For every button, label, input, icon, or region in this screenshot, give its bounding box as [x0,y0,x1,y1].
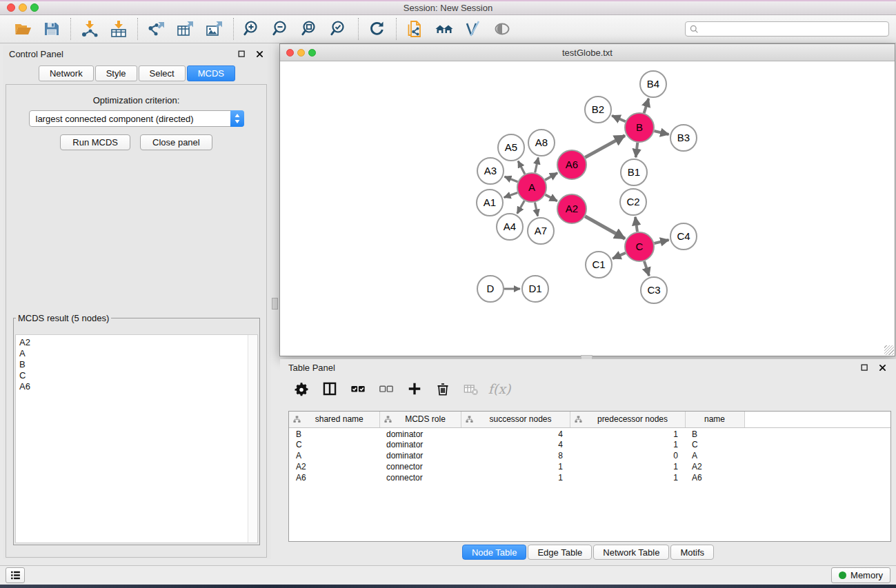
graph-edge-A-A6[interactable] [545,173,557,180]
graph-node-C3[interactable]: C3 [641,277,667,303]
graph-edge-A-A2[interactable] [545,194,557,201]
graph-node-A8[interactable]: A8 [528,130,555,156]
import-table-button[interactable] [108,19,129,39]
zoom-out-button[interactable] [271,19,292,39]
table-row[interactable]: Bdominator41B [289,427,890,439]
export-table-button[interactable] [175,19,196,39]
float-panel-icon[interactable] [236,48,247,59]
table-row[interactable]: A2connector11A2 [289,461,890,472]
tab-node-table[interactable]: Node Table [462,545,527,560]
column-header-mcds-role[interactable]: MCDS role [379,412,461,427]
tab-edge-table[interactable]: Edge Table [528,545,592,560]
graph-node-A[interactable]: A [517,173,546,202]
graph-node-A5[interactable]: A5 [498,134,524,161]
graph-node-C4[interactable]: C4 [670,223,697,250]
table-row[interactable]: Adominator80A [289,450,890,461]
refresh-button[interactable] [367,19,388,39]
columns-button[interactable] [321,380,339,398]
zoom-fit-button[interactable] [300,19,321,39]
network-minimize-traffic-light-icon[interactable] [297,49,305,57]
network-close-traffic-light-icon[interactable] [286,49,294,57]
graph-node-C[interactable]: C [625,232,654,261]
graph-edge-A-A4[interactable] [517,201,524,214]
show-view-button[interactable] [492,19,512,39]
svg-text:C1: C1 [592,258,605,270]
search-box[interactable] [685,21,889,37]
column-header-predecessor-nodes[interactable]: predecessor nodes [570,412,685,427]
graph-node-A2[interactable]: A2 [557,194,586,223]
graph-edge-A-A7[interactable] [535,203,537,216]
tab-network-table[interactable]: Network Table [593,545,669,560]
tab-network[interactable]: Network [39,65,94,81]
graph-edge-B-B4[interactable] [644,99,649,113]
graph-edge-B-B3[interactable] [654,131,668,134]
graph-node-A3[interactable]: A3 [477,158,504,184]
hide-panels-button[interactable] [463,19,484,39]
tab-motifs[interactable]: Motifs [670,545,714,560]
close-panel-icon[interactable] [254,48,265,59]
export-image-button[interactable] [204,19,225,39]
table-row[interactable]: A6connector11A6 [289,472,890,483]
graph-node-C1[interactable]: C1 [586,252,612,278]
column-header-shared-name[interactable]: shared name [289,412,379,427]
tab-mcds[interactable]: MCDS [187,65,235,81]
graph-edge-B-B1[interactable] [636,143,638,157]
graph-edge-C-C1[interactable] [613,253,626,258]
graph-edge-C-C2[interactable] [635,217,637,232]
graph-node-A1[interactable]: A1 [477,190,503,216]
graph-node-B[interactable]: B [625,113,654,142]
memory-button[interactable]: Memory [831,567,890,583]
run-mcds-button[interactable]: Run MCDS [60,134,130,150]
graph-edge-C-C3[interactable] [644,261,649,276]
close-panel-button[interactable]: Close panel [140,134,212,150]
graph-node-C2[interactable]: C2 [620,189,646,215]
graph-edge-A2-C[interactable] [585,216,625,239]
graph-edge-A-A8[interactable] [535,158,539,173]
add-button[interactable] [406,380,424,398]
window-resize-grip-icon[interactable] [884,345,894,355]
table-float-panel-icon[interactable] [859,362,870,373]
graph-edge-A-A1[interactable] [504,192,518,197]
network-maximize-traffic-light-icon[interactable] [308,49,316,57]
graph-node-B1[interactable]: B1 [621,159,647,185]
task-history-button[interactable] [6,567,25,583]
svg-text:D1: D1 [528,283,541,294]
home-button[interactable] [434,19,455,39]
export-network-button[interactable] [146,19,167,39]
graph-node-A6[interactable]: A6 [557,150,586,179]
table-close-panel-icon[interactable] [877,362,888,373]
graph-node-D[interactable]: D [477,276,504,302]
graph-edge-A-A3[interactable] [504,176,517,182]
graph-node-D1[interactable]: D1 [522,276,548,302]
zoom-selected-button[interactable] [329,19,350,39]
svg-text:C2: C2 [626,196,639,207]
zoom-in-button[interactable] [242,19,263,39]
vertical-splitter-handle[interactable] [272,298,278,310]
column-header-name[interactable]: name [685,412,744,427]
network-from-file-button[interactable] [405,19,426,39]
unselect-all-button[interactable] [377,380,395,398]
graph-edge-B-B2[interactable] [612,116,626,122]
graph-node-B3[interactable]: B3 [670,125,697,151]
column-header-successor-nodes[interactable]: successor nodes [461,412,570,427]
result-scrollbar-track[interactable] [248,335,257,543]
settings-button[interactable] [292,380,310,398]
save-session-button[interactable] [41,19,62,39]
graph-node-B2[interactable]: B2 [585,97,611,123]
open-file-button[interactable] [12,19,33,39]
graph-edge-A-A5[interactable] [518,161,525,174]
criterion-dropdown[interactable]: largest connected component (directed) [29,110,244,127]
delete-button[interactable] [434,380,452,398]
graph-node-A4[interactable]: A4 [497,214,523,240]
import-network-button[interactable] [79,19,100,39]
graph-node-A7[interactable]: A7 [528,218,554,244]
table-row[interactable]: Cdominator41C [289,439,890,450]
search-input[interactable] [701,24,884,34]
network-canvas[interactable]: AA1A2A3A4A5A6A7A8BB1B2B3B4CC1C2C3C4DD1 [280,62,895,356]
graph-edge-A6-B[interactable] [585,136,625,158]
select-all-button[interactable] [349,380,367,398]
graph-node-B4[interactable]: B4 [640,71,666,97]
tab-select[interactable]: Select [139,65,186,81]
graph-edge-C-C4[interactable] [654,240,668,243]
tab-style[interactable]: Style [95,65,137,81]
